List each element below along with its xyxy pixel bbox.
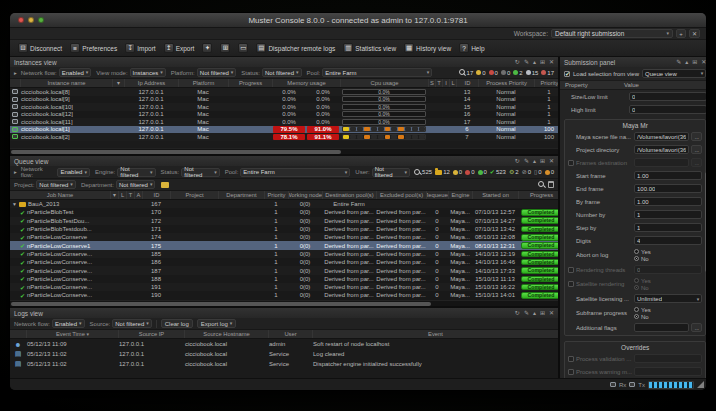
instance-row[interactable]: cicciobook.local[1] 127.0.0.1 Mac 79.5% … — [10, 126, 558, 134]
instance-row[interactable]: cicciobook.local[12] 127.0.0.1 Mac 0.0% … — [10, 111, 558, 119]
expand-arrow-icon[interactable]: ▸ — [14, 169, 17, 175]
field-input[interactable]: ▾ — [634, 158, 689, 167]
load-workspace-button[interactable]: ⊞ — [218, 42, 232, 54]
detach-icon[interactable]: ⊞ — [692, 59, 697, 65]
column-header[interactable]: Department — [218, 191, 264, 199]
field-input[interactable]: 0▾ — [629, 92, 706, 101]
filter-dropdown[interactable]: Platform:Not filtered▾ — [171, 68, 237, 77]
detach-icon[interactable]: ⊞ — [540, 59, 545, 65]
collapse-icon[interactable]: ▴ — [533, 158, 536, 164]
radio-yes[interactable] — [634, 249, 639, 254]
field-checkbox[interactable] — [568, 356, 574, 362]
field-input[interactable]: ▾ — [634, 367, 702, 376]
filter-dropdown[interactable]: Network flow:Enabled▾ — [14, 319, 85, 328]
filter-dropdown[interactable]: View mode:Instances▾ — [96, 68, 165, 77]
column-header[interactable]: Source IP — [118, 330, 184, 338]
browse-button[interactable]: ... — [691, 132, 702, 141]
column-header[interactable]: I — [442, 79, 449, 87]
column-header[interactable]: A — [134, 191, 142, 199]
column-header[interactable]: Engine — [448, 191, 472, 199]
filter-dropdown[interactable]: Pool:Entire Farm▾ — [225, 168, 351, 177]
instance-row[interactable]: cicciobook.local[9] 127.0.0.1 Mac 0.0% 0… — [10, 96, 558, 104]
workspace-select[interactable]: Default right submission▾ — [551, 29, 673, 38]
dispatcher-remote-logs-button[interactable]: ▤ Dispatcher remote logs — [254, 42, 337, 54]
search-icon[interactable] — [538, 181, 545, 188]
edit-icon[interactable]: ✎ — [524, 310, 529, 316]
console-button[interactable]: ▭ — [236, 42, 250, 54]
minimize-window-button[interactable] — [28, 17, 34, 23]
collapse-icon[interactable]: ▴ — [533, 59, 536, 65]
browse-button[interactable]: ... — [691, 323, 702, 332]
filter-dropdown[interactable]: Project:Not filtered▾ — [14, 180, 76, 189]
field-checkbox[interactable] — [568, 267, 574, 273]
radio-yes[interactable] — [634, 307, 639, 312]
sort-indicator[interactable]: ▾ — [110, 191, 118, 199]
field-input[interactable]: 4▾ — [634, 236, 702, 245]
column-header[interactable]: S — [428, 79, 435, 87]
pin-column-icon[interactable]: ▾ — [112, 79, 124, 87]
column-header[interactable]: Working nodes — [288, 191, 322, 199]
instance-row[interactable]: cicciobook.local[10] 127.0.0.1 Mac 0.0% … — [10, 103, 558, 111]
column-header[interactable]: Requeued — [426, 191, 448, 199]
submission-vertical-scrollbar[interactable] — [705, 172, 706, 272]
column-header[interactable]: Project — [170, 191, 218, 199]
field-input[interactable]: 1▾ — [634, 210, 702, 219]
job-row[interactable]: ▼✔BauA_2013 167 1 0(0) Entire Farm — [10, 200, 558, 208]
filter-dropdown[interactable]: Engine:Not filtered▾ — [95, 168, 156, 177]
column-header[interactable]: ID — [142, 191, 170, 199]
instance-row[interactable]: cicciobook.local[2] 127.0.0.1 Mac 78.1% … — [10, 133, 558, 141]
zoom-window-button[interactable] — [38, 17, 44, 23]
field-input[interactable]: 0▾ — [629, 105, 706, 114]
job-row[interactable]: ▼✔nParticleBlobTestDou... 172 1 0(0) Der… — [10, 217, 558, 225]
field-input[interactable]: ▾ — [634, 323, 689, 332]
filter-dropdown[interactable]: Department:Not filtered▾ — [81, 180, 156, 189]
job-row[interactable]: ▼✔nParticleLowConserve1 175 1 0(0) Deriv… — [10, 241, 558, 249]
browse-button[interactable]: ... — [691, 145, 702, 154]
field-checkbox[interactable] — [568, 369, 574, 375]
column-header[interactable]: Priority — [534, 79, 558, 87]
job-row[interactable]: ▼✔nParticleLowConserve... 188 1 0(0) Der… — [10, 275, 558, 283]
queue-horizontal-scrollbar[interactable] — [10, 300, 558, 306]
collapse-icon[interactable]: ▴ — [685, 59, 688, 65]
filter-dropdown[interactable]: Status:Not filtered▾ — [161, 168, 220, 177]
field-input[interactable]: 0▾ — [634, 265, 702, 274]
instance-row[interactable]: cicciobook.local[11] 127.0.0.1 Mac 0.0% … — [10, 118, 558, 126]
column-header[interactable]: Event — [312, 330, 558, 338]
edit-icon[interactable]: ✎ — [676, 59, 681, 65]
detach-icon[interactable]: ⊞ — [540, 310, 545, 316]
filter-dropdown[interactable]: Network flow:Enabled▾ — [21, 166, 90, 178]
column-header[interactable]: Excluded pool(s) — [376, 191, 426, 199]
column-header[interactable]: Destination pool(s) — [322, 191, 376, 199]
instances-horizontal-scrollbar[interactable] — [10, 148, 558, 154]
column-header[interactable]: Source Hostname — [184, 330, 268, 338]
field-checkbox[interactable] — [568, 281, 574, 287]
refresh-icon[interactable]: ↻ — [515, 158, 520, 164]
import-button[interactable]: ↧ Import — [123, 42, 157, 54]
radio-no[interactable] — [634, 256, 639, 261]
filter-dropdown[interactable]: Pool:Entire Farm▾ — [307, 68, 433, 77]
field-input[interactable]: Unlimited▾ — [634, 294, 702, 303]
radio-no[interactable] — [634, 314, 639, 319]
column-header[interactable]: Process Priority — [478, 79, 534, 87]
field-input[interactable]: /Volumes/lavori(36▾ — [634, 132, 689, 141]
column-header[interactable]: L — [449, 79, 456, 87]
disconnect-button[interactable]: ⊟ Disconnect — [16, 42, 64, 54]
column-header[interactable]: Ip Address — [124, 79, 178, 87]
close-window-button[interactable] — [18, 17, 24, 23]
column-header[interactable]: L — [118, 191, 126, 199]
field-input[interactable]: /Volumes/lavori(36▾ — [634, 145, 689, 154]
load-selection-checkbox[interactable] — [564, 71, 570, 77]
refresh-icon[interactable]: ↻ — [515, 310, 520, 316]
column-header[interactable]: Started on — [472, 191, 518, 199]
scrollbar-thumb[interactable] — [11, 302, 431, 306]
detach-icon[interactable]: ⊞ — [540, 158, 545, 164]
radio-yes[interactable] — [634, 278, 639, 283]
field-checkbox[interactable] — [568, 160, 574, 166]
statistics-view-button[interactable]: ▥ Statistics view — [341, 42, 398, 54]
scrollbar-thumb[interactable] — [11, 150, 341, 154]
expand-arrow-icon[interactable]: ▸ — [14, 70, 17, 76]
radio-no[interactable] — [634, 285, 639, 290]
close-icon[interactable]: ✕ — [549, 158, 554, 164]
job-row[interactable]: ▼✔nParticleLowConserve... 185 1 0(0) Der… — [10, 250, 558, 258]
job-row[interactable]: ▼✔nParticleLowConserve... 190 1 0(0) Der… — [10, 291, 558, 299]
